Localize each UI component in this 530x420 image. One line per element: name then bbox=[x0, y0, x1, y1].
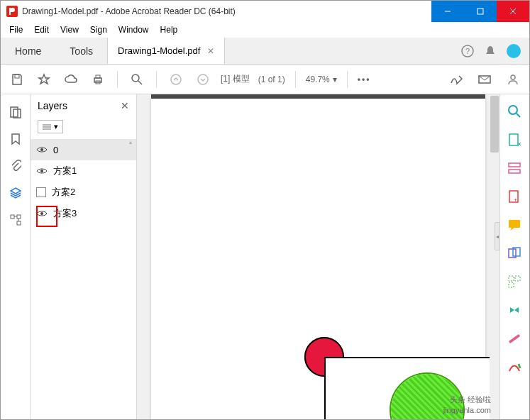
cloud-icon[interactable] bbox=[62, 70, 80, 89]
scroll-up-icon[interactable]: ▴ bbox=[129, 139, 136, 146]
svg-point-28 bbox=[509, 106, 517, 114]
svg-rect-32 bbox=[509, 170, 520, 173]
save-icon[interactable] bbox=[8, 70, 26, 89]
search-tool-icon[interactable] bbox=[507, 104, 523, 120]
layer-name: 方案3 bbox=[53, 207, 131, 220]
chevron-down-icon: ▾ bbox=[54, 122, 58, 131]
page-count: (1 of 1) bbox=[258, 74, 285, 84]
protect-icon[interactable] bbox=[507, 360, 523, 375]
menu-help[interactable]: Help bbox=[155, 23, 184, 36]
app-icon bbox=[6, 6, 18, 17]
bookmark-icon[interactable] bbox=[8, 131, 23, 147]
svg-rect-20 bbox=[17, 215, 21, 219]
maximize-button[interactable] bbox=[464, 1, 497, 22]
page-down-icon[interactable] bbox=[194, 70, 212, 89]
envelope-icon[interactable] bbox=[475, 70, 494, 89]
layers-close-icon[interactable]: ✕ bbox=[121, 100, 129, 111]
layer-row[interactable]: 方案1 bbox=[31, 160, 136, 182]
attachment-icon[interactable] bbox=[8, 158, 23, 174]
menu-sign[interactable]: Sign bbox=[84, 23, 113, 36]
layer-row[interactable]: 方案2 bbox=[31, 182, 136, 203]
chevron-down-icon: ▾ bbox=[333, 74, 337, 84]
zoom-value: 49.7% bbox=[306, 74, 330, 84]
menu-file[interactable]: File bbox=[4, 23, 28, 36]
organize-icon[interactable] bbox=[507, 275, 523, 290]
layer-list: 0 方案1 方案2 方案3 ▴ bbox=[31, 139, 136, 419]
scrollbar-thumb[interactable] bbox=[490, 96, 499, 153]
tab-home[interactable]: Home bbox=[1, 38, 55, 64]
layers-panel: Layers ✕ ▾ 0 方案1 方案2 方案3 bbox=[31, 94, 137, 419]
collapse-rail-icon[interactable]: ◂ bbox=[495, 222, 500, 250]
compress-icon[interactable] bbox=[507, 303, 523, 319]
svg-rect-31 bbox=[509, 163, 520, 167]
layers-icon[interactable] bbox=[8, 185, 23, 201]
tab-close-icon[interactable]: ✕ bbox=[207, 46, 214, 56]
vertical-scrollbar[interactable] bbox=[490, 94, 499, 419]
watermark-line1: 头条 经验啦 bbox=[443, 394, 491, 404]
svg-rect-38 bbox=[509, 276, 514, 281]
person-icon[interactable] bbox=[504, 70, 522, 89]
svg-rect-21 bbox=[17, 221, 21, 225]
svg-point-16 bbox=[511, 75, 515, 79]
menu-window[interactable]: Window bbox=[113, 23, 155, 36]
right-tools-rail: ◂ + bbox=[499, 94, 529, 419]
comment-icon[interactable] bbox=[507, 218, 523, 233]
svg-rect-39 bbox=[515, 276, 520, 281]
more-icon[interactable]: ••• bbox=[358, 74, 371, 84]
watermark-line2: jingyanla.com bbox=[443, 405, 491, 415]
menubar: File Edit View Sign Window Help bbox=[1, 22, 529, 38]
page-label[interactable]: [1] 模型 bbox=[221, 73, 250, 85]
star-icon[interactable] bbox=[35, 70, 53, 89]
window-title: Drawing1-Model.pdf - Adobe Acrobat Reade… bbox=[22, 6, 431, 16]
layers-options-button[interactable]: ▾ bbox=[38, 120, 63, 133]
combine-icon[interactable] bbox=[507, 246, 523, 262]
layer-row[interactable]: 方案3 bbox=[31, 203, 136, 224]
window-titlebar: Drawing1-Model.pdf - Adobe Acrobat Reade… bbox=[1, 1, 529, 22]
layer-row[interactable]: 0 bbox=[31, 139, 136, 160]
svg-point-26 bbox=[40, 170, 43, 172]
svg-line-12 bbox=[138, 81, 142, 84]
svg-rect-35 bbox=[509, 220, 520, 228]
menu-edit[interactable]: Edit bbox=[28, 23, 55, 36]
tabbar: Home Tools Drawing1-Model.pdf ✕ ? bbox=[1, 38, 529, 65]
thumbnails-icon[interactable] bbox=[8, 104, 23, 120]
svg-point-25 bbox=[40, 148, 43, 151]
svg-rect-19 bbox=[11, 215, 14, 219]
menu-view[interactable]: View bbox=[55, 23, 84, 36]
create-pdf-icon[interactable]: + bbox=[507, 189, 523, 205]
visibility-icon[interactable] bbox=[36, 209, 48, 218]
bell-icon[interactable] bbox=[484, 45, 497, 57]
layers-title: Layers bbox=[38, 100, 67, 111]
svg-point-13 bbox=[171, 74, 181, 84]
visibility-icon[interactable] bbox=[36, 167, 48, 175]
tab-document-label: Drawing1-Model.pdf bbox=[118, 45, 200, 56]
tab-tools[interactable]: Tools bbox=[55, 38, 107, 64]
tree-icon[interactable] bbox=[8, 212, 23, 228]
sign-tool-icon[interactable] bbox=[447, 70, 465, 89]
export-pdf-icon[interactable] bbox=[507, 133, 523, 148]
layer-name: 方案1 bbox=[53, 165, 131, 177]
document-canvas[interactable] bbox=[137, 94, 499, 419]
svg-point-27 bbox=[40, 212, 43, 215]
svg-text:+: + bbox=[514, 197, 517, 204]
help-icon[interactable]: ? bbox=[461, 45, 474, 57]
watermark: 头条 经验啦 jingyanla.com bbox=[443, 394, 491, 415]
visibility-off-icon[interactable] bbox=[36, 187, 46, 197]
svg-line-29 bbox=[517, 114, 520, 117]
svg-rect-17 bbox=[11, 107, 18, 117]
zoom-dropdown[interactable]: 49.7% ▾ bbox=[306, 74, 337, 84]
edit-pdf-icon[interactable] bbox=[507, 161, 523, 177]
minimize-button[interactable] bbox=[431, 1, 464, 22]
print-icon[interactable] bbox=[89, 70, 107, 89]
layer-name: 0 bbox=[53, 145, 131, 155]
svg-rect-40 bbox=[509, 282, 514, 287]
tab-document[interactable]: Drawing1-Model.pdf ✕ bbox=[107, 38, 225, 64]
avatar[interactable] bbox=[507, 44, 521, 58]
search-icon[interactable] bbox=[128, 70, 146, 89]
page-up-icon[interactable] bbox=[167, 70, 185, 89]
left-rail bbox=[1, 94, 31, 419]
redact-icon[interactable] bbox=[507, 331, 523, 347]
layer-name: 方案2 bbox=[52, 186, 131, 199]
close-button[interactable] bbox=[497, 1, 529, 22]
visibility-icon[interactable] bbox=[36, 145, 48, 154]
